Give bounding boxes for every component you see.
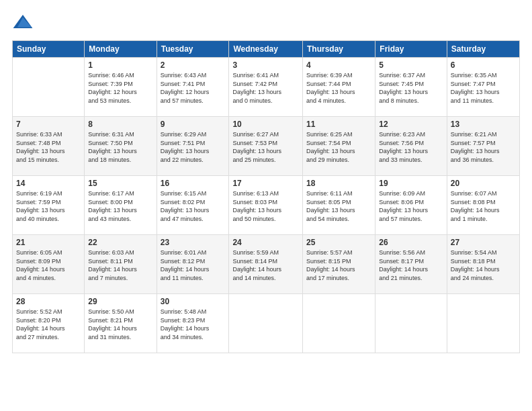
cell-day-number: 26 xyxy=(379,238,443,247)
cell-day-number: 23 xyxy=(161,238,226,247)
cell-day-number: 10 xyxy=(232,120,299,129)
calendar-cell: 20Sunrise: 6:07 AM Sunset: 8:08 PM Dayli… xyxy=(447,176,519,235)
calendar-cell: 7Sunrise: 6:33 AM Sunset: 7:48 PM Daylig… xyxy=(13,117,85,176)
cell-info: Sunrise: 6:41 AM Sunset: 7:42 PM Dayligh… xyxy=(232,71,299,105)
cell-info: Sunrise: 6:37 AM Sunset: 7:45 PM Dayligh… xyxy=(379,71,443,105)
calendar-table: SundayMondayTuesdayWednesdayThursdayFrid… xyxy=(12,40,520,353)
cell-day-number: 8 xyxy=(88,120,152,129)
calendar-cell: 2Sunrise: 6:43 AM Sunset: 7:41 PM Daylig… xyxy=(157,58,229,117)
calendar-cell: 24Sunrise: 5:59 AM Sunset: 8:14 PM Dayli… xyxy=(229,235,303,294)
cell-day-number: 4 xyxy=(306,60,371,70)
cell-info: Sunrise: 6:33 AM Sunset: 7:48 PM Dayligh… xyxy=(16,130,81,164)
cell-info: Sunrise: 6:19 AM Sunset: 7:59 PM Dayligh… xyxy=(16,189,81,223)
cell-info: Sunrise: 6:27 AM Sunset: 7:53 PM Dayligh… xyxy=(232,130,299,164)
cell-day-number: 18 xyxy=(306,179,371,188)
calendar-cell: 21Sunrise: 6:05 AM Sunset: 8:09 PM Dayli… xyxy=(13,235,85,294)
cell-day-number: 29 xyxy=(88,297,152,306)
week-row-1: 1Sunrise: 6:46 AM Sunset: 7:39 PM Daylig… xyxy=(13,58,520,117)
calendar-cell: 10Sunrise: 6:27 AM Sunset: 7:53 PM Dayli… xyxy=(229,117,303,176)
page: SundayMondayTuesdayWednesdayThursdayFrid… xyxy=(0,0,532,411)
calendar-cell: 5Sunrise: 6:37 AM Sunset: 7:45 PM Daylig… xyxy=(375,58,447,117)
header-cell-saturday: Saturday xyxy=(447,41,519,58)
header-cell-friday: Friday xyxy=(375,41,447,58)
calendar-cell: 30Sunrise: 5:48 AM Sunset: 8:23 PM Dayli… xyxy=(157,294,229,353)
calendar-cell: 6Sunrise: 6:35 AM Sunset: 7:47 PM Daylig… xyxy=(447,58,519,117)
cell-info: Sunrise: 5:52 AM Sunset: 8:20 PM Dayligh… xyxy=(16,308,81,341)
cell-day-number: 1 xyxy=(88,60,152,70)
cell-info: Sunrise: 6:21 AM Sunset: 7:57 PM Dayligh… xyxy=(451,130,516,164)
cell-info: Sunrise: 6:46 AM Sunset: 7:39 PM Dayligh… xyxy=(88,71,152,105)
header-cell-monday: Monday xyxy=(85,41,157,58)
cell-day-number: 20 xyxy=(451,179,516,188)
cell-info: Sunrise: 6:15 AM Sunset: 8:02 PM Dayligh… xyxy=(161,189,226,223)
week-row-4: 21Sunrise: 6:05 AM Sunset: 8:09 PM Dayli… xyxy=(13,235,520,294)
calendar-cell: 12Sunrise: 6:23 AM Sunset: 7:56 PM Dayli… xyxy=(375,117,447,176)
cell-day-number: 30 xyxy=(161,297,226,306)
cell-info: Sunrise: 6:17 AM Sunset: 8:00 PM Dayligh… xyxy=(88,189,152,223)
header-row: SundayMondayTuesdayWednesdayThursdayFrid… xyxy=(13,41,520,58)
week-row-5: 28Sunrise: 5:52 AM Sunset: 8:20 PM Dayli… xyxy=(13,294,520,353)
week-row-3: 14Sunrise: 6:19 AM Sunset: 7:59 PM Dayli… xyxy=(13,176,520,235)
cell-info: Sunrise: 6:29 AM Sunset: 7:51 PM Dayligh… xyxy=(161,130,226,164)
cell-info: Sunrise: 6:07 AM Sunset: 8:08 PM Dayligh… xyxy=(451,189,516,223)
calendar-cell: 11Sunrise: 6:25 AM Sunset: 7:54 PM Dayli… xyxy=(303,117,375,176)
calendar-cell xyxy=(303,294,375,353)
calendar-cell: 27Sunrise: 5:54 AM Sunset: 8:18 PM Dayli… xyxy=(447,235,519,294)
cell-day-number: 27 xyxy=(451,238,516,247)
calendar-cell: 17Sunrise: 6:13 AM Sunset: 8:03 PM Dayli… xyxy=(229,176,303,235)
cell-day-number: 14 xyxy=(16,179,81,188)
calendar-cell: 23Sunrise: 6:01 AM Sunset: 8:12 PM Dayli… xyxy=(157,235,229,294)
cell-info: Sunrise: 5:56 AM Sunset: 8:17 PM Dayligh… xyxy=(379,248,443,282)
header-cell-wednesday: Wednesday xyxy=(229,41,303,58)
calendar-cell: 26Sunrise: 5:56 AM Sunset: 8:17 PM Dayli… xyxy=(375,235,447,294)
cell-day-number: 21 xyxy=(16,238,81,247)
cell-day-number: 15 xyxy=(88,179,152,188)
calendar-cell: 16Sunrise: 6:15 AM Sunset: 8:02 PM Dayli… xyxy=(157,176,229,235)
calendar-cell: 25Sunrise: 5:57 AM Sunset: 8:15 PM Dayli… xyxy=(303,235,375,294)
cell-info: Sunrise: 6:35 AM Sunset: 7:47 PM Dayligh… xyxy=(451,71,516,105)
cell-info: Sunrise: 5:57 AM Sunset: 8:15 PM Dayligh… xyxy=(306,248,371,282)
calendar-cell: 19Sunrise: 6:09 AM Sunset: 8:06 PM Dayli… xyxy=(375,176,447,235)
calendar-cell: 18Sunrise: 6:11 AM Sunset: 8:05 PM Dayli… xyxy=(303,176,375,235)
calendar-cell: 15Sunrise: 6:17 AM Sunset: 8:00 PM Dayli… xyxy=(85,176,157,235)
cell-day-number: 16 xyxy=(161,179,226,188)
cell-day-number: 12 xyxy=(379,120,443,129)
cell-info: Sunrise: 6:05 AM Sunset: 8:09 PM Dayligh… xyxy=(16,248,81,282)
calendar-cell: 8Sunrise: 6:31 AM Sunset: 7:50 PM Daylig… xyxy=(85,117,157,176)
calendar-header: SundayMondayTuesdayWednesdayThursdayFrid… xyxy=(13,41,520,58)
cell-day-number: 6 xyxy=(451,60,516,70)
cell-day-number: 17 xyxy=(232,179,299,188)
calendar-cell: 1Sunrise: 6:46 AM Sunset: 7:39 PM Daylig… xyxy=(85,58,157,117)
cell-day-number: 19 xyxy=(379,179,443,188)
calendar-cell xyxy=(13,58,85,117)
header-cell-tuesday: Tuesday xyxy=(157,41,229,58)
cell-day-number: 2 xyxy=(161,60,226,70)
cell-info: Sunrise: 5:54 AM Sunset: 8:18 PM Dayligh… xyxy=(451,248,516,282)
cell-info: Sunrise: 6:11 AM Sunset: 8:05 PM Dayligh… xyxy=(306,189,371,223)
cell-day-number: 24 xyxy=(232,238,299,247)
cell-info: Sunrise: 6:01 AM Sunset: 8:12 PM Dayligh… xyxy=(161,248,226,282)
calendar-cell: 9Sunrise: 6:29 AM Sunset: 7:51 PM Daylig… xyxy=(157,117,229,176)
cell-day-number: 28 xyxy=(16,297,81,306)
cell-info: Sunrise: 6:39 AM Sunset: 7:44 PM Dayligh… xyxy=(306,71,371,105)
cell-info: Sunrise: 6:03 AM Sunset: 8:11 PM Dayligh… xyxy=(88,248,152,282)
logo-icon xyxy=(12,12,34,34)
cell-info: Sunrise: 6:31 AM Sunset: 7:50 PM Dayligh… xyxy=(88,130,152,164)
calendar-cell: 14Sunrise: 6:19 AM Sunset: 7:59 PM Dayli… xyxy=(13,176,85,235)
cell-day-number: 5 xyxy=(379,60,443,70)
calendar-cell: 3Sunrise: 6:41 AM Sunset: 7:42 PM Daylig… xyxy=(229,58,303,117)
calendar-cell: 28Sunrise: 5:52 AM Sunset: 8:20 PM Dayli… xyxy=(13,294,85,353)
calendar-body: 1Sunrise: 6:46 AM Sunset: 7:39 PM Daylig… xyxy=(13,58,520,353)
cell-info: Sunrise: 6:25 AM Sunset: 7:54 PM Dayligh… xyxy=(306,130,371,164)
cell-info: Sunrise: 5:50 AM Sunset: 8:21 PM Dayligh… xyxy=(88,308,152,341)
calendar-cell: 22Sunrise: 6:03 AM Sunset: 8:11 PM Dayli… xyxy=(85,235,157,294)
cell-day-number: 9 xyxy=(161,120,226,129)
cell-day-number: 13 xyxy=(451,120,516,129)
cell-day-number: 11 xyxy=(306,120,371,129)
cell-day-number: 3 xyxy=(232,60,299,70)
calendar-cell xyxy=(375,294,447,353)
header-cell-thursday: Thursday xyxy=(303,41,375,58)
calendar-cell: 29Sunrise: 5:50 AM Sunset: 8:21 PM Dayli… xyxy=(85,294,157,353)
header xyxy=(12,12,520,34)
calendar-cell: 13Sunrise: 6:21 AM Sunset: 7:57 PM Dayli… xyxy=(447,117,519,176)
